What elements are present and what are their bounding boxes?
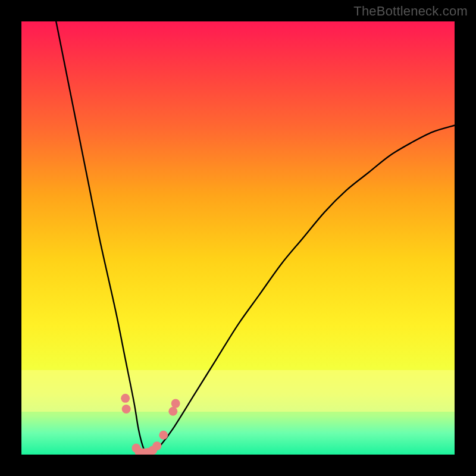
watermark-text: TheBottleneck.com bbox=[353, 4, 468, 19]
data-marker bbox=[168, 407, 177, 416]
data-marker bbox=[121, 394, 130, 403]
data-markers bbox=[21, 21, 455, 455]
data-marker bbox=[171, 399, 180, 408]
data-marker bbox=[152, 441, 161, 450]
chart-plot-area bbox=[21, 21, 455, 455]
data-marker bbox=[159, 431, 168, 440]
data-marker bbox=[122, 405, 131, 414]
